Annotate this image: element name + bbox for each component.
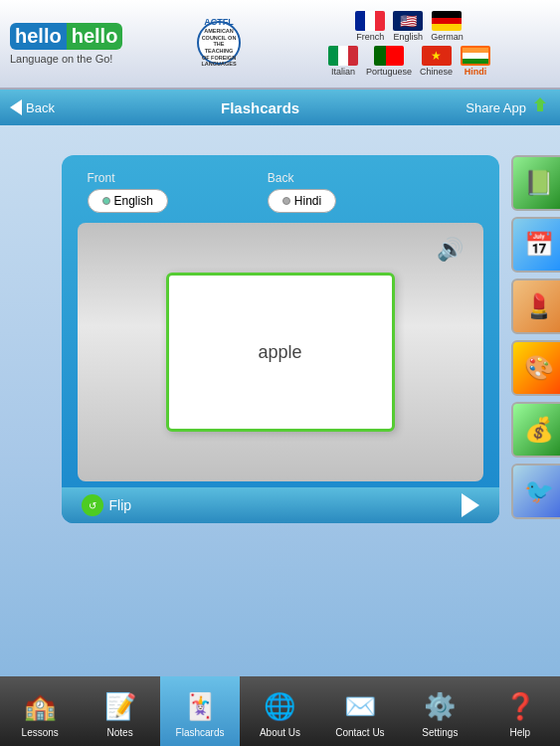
logo-area: hello hello Language on the Go!: [10, 23, 169, 65]
actfl-area: ACTFL AMERICANCOUNCIL ONTHE TEACHINGOF F…: [169, 21, 269, 67]
thumb-extra[interactable]: 🐦: [511, 464, 561, 519]
tab-notes[interactable]: 📝 Notes: [80, 676, 159, 746]
card-area: 🔊 apple: [78, 223, 483, 481]
italian-flag-icon: [328, 46, 358, 66]
front-radio: [102, 197, 110, 205]
logo-text1: hello: [15, 25, 62, 48]
flashcard-face[interactable]: apple: [166, 273, 395, 432]
back-label: Back: [268, 171, 336, 185]
actfl-circle: ACTFL AMERICANCOUNCIL ONTHE TEACHINGOF F…: [197, 21, 241, 65]
money-icon: 💰: [513, 404, 561, 456]
face-icon: 💄: [513, 280, 561, 332]
time-icon: 📅: [513, 219, 561, 271]
settings-label: Settings: [422, 727, 458, 738]
portuguese-flag-icon: [374, 46, 404, 66]
back-value: Hindi: [294, 194, 321, 208]
tab-flashcards[interactable]: 🃏 Flashcards: [160, 676, 240, 746]
french-flag-icon: [355, 11, 385, 31]
header: hello hello Language on the Go! ACTFL AM…: [0, 0, 560, 90]
audio-icon[interactable]: 🔊: [437, 237, 464, 263]
flashcard-panel: Front English Back Hindi 🔊 apple: [62, 155, 499, 523]
hindi-flag-icon: [461, 46, 490, 66]
share-label: Share App: [466, 100, 526, 115]
thumb-time[interactable]: 📅: [511, 217, 561, 273]
logo-text2: hello: [72, 25, 118, 48]
card-word: apple: [258, 342, 301, 363]
navbar: Back Flashcards Share App: [0, 90, 560, 125]
flag-hindi[interactable]: Hindi: [461, 46, 490, 77]
thumb-adverbs[interactable]: 📗: [511, 155, 561, 211]
logo-tagline: Language on the Go!: [10, 53, 112, 65]
back-arrow-icon: [10, 99, 22, 115]
flag-portuguese[interactable]: Portuguese: [366, 46, 412, 77]
tab-settings[interactable]: ⚙️ Settings: [400, 676, 479, 746]
hindi-label: Hindi: [465, 67, 487, 77]
flag-italian[interactable]: Italian: [328, 46, 358, 77]
contact-label: Contact Us: [335, 727, 384, 738]
thumb-money[interactable]: 💰: [511, 402, 561, 458]
german-label: German: [431, 32, 464, 42]
thumb-face[interactable]: 💄: [511, 279, 561, 334]
main-content: Front English Back Hindi 🔊 apple: [0, 125, 560, 676]
flag-chinese[interactable]: ★ Chinese: [420, 46, 453, 77]
french-label: French: [356, 32, 384, 42]
logo: hello hello: [10, 23, 122, 50]
back-button[interactable]: Back: [10, 99, 55, 115]
back-label: Back: [26, 100, 55, 115]
lessons-label: Lessons: [22, 727, 59, 738]
page-title: Flashcards: [55, 99, 466, 116]
flag-french[interactable]: French: [355, 11, 385, 42]
tab-lessons[interactable]: 🏫 Lessons: [0, 676, 80, 746]
tab-help[interactable]: ❓ Help: [480, 676, 560, 746]
tab-about[interactable]: 🌐 About Us: [240, 676, 319, 746]
tab-contact[interactable]: ✉️ Contact Us: [320, 676, 400, 746]
flip-label: Flip: [109, 497, 132, 513]
flashcards-icon: 🃏: [182, 688, 218, 724]
help-label: Help: [509, 727, 530, 738]
chinese-flag-icon: ★: [422, 46, 452, 66]
chinese-label: Chinese: [420, 67, 453, 77]
flip-button[interactable]: ↺ Flip: [82, 494, 132, 516]
flags-row-2: Italian Portuguese ★ Chinese Hindi: [328, 46, 490, 77]
settings-icon: ⚙️: [422, 688, 458, 724]
flag-german[interactable]: German: [431, 11, 464, 42]
controls-row: ↺ Flip: [62, 487, 499, 523]
front-label: Front: [88, 171, 168, 185]
notes-label: Notes: [107, 727, 133, 738]
front-select[interactable]: English: [88, 189, 168, 213]
front-value: English: [114, 194, 153, 208]
flashcards-label: Flashcards: [176, 727, 225, 738]
portuguese-label: Portuguese: [366, 67, 412, 77]
flip-icon: ↺: [82, 494, 103, 516]
share-button[interactable]: Share App: [466, 97, 550, 117]
extra-icon: 🐦: [513, 466, 561, 517]
tabbar: 🏫 Lessons 📝 Notes 🃏 Flashcards 🌐 About U…: [0, 676, 560, 746]
colors-icon: 🎨: [513, 342, 561, 394]
about-label: About Us: [260, 727, 300, 738]
german-flag-icon: [432, 11, 462, 31]
thumb-colors[interactable]: 🎨: [511, 340, 561, 396]
next-button[interactable]: [462, 493, 479, 517]
contact-icon: ✉️: [342, 688, 378, 724]
flag-english[interactable]: 🇺🇸 English: [393, 11, 423, 42]
adverbs-icon: 📗: [513, 157, 561, 209]
english-flag-icon: 🇺🇸: [393, 11, 423, 31]
back-section: Back Hindi: [268, 171, 336, 213]
side-thumbnails: 📗 📅 💄 🎨 💰 🐦: [511, 155, 561, 519]
notes-icon: 📝: [102, 688, 138, 724]
about-icon: 🌐: [262, 688, 297, 724]
share-icon: [530, 97, 550, 117]
back-select[interactable]: Hindi: [268, 189, 336, 213]
actfl-text: ACTFL AMERICANCOUNCIL ONTHE TEACHINGOF F…: [199, 18, 239, 67]
italian-label: Italian: [331, 67, 355, 77]
english-label: English: [393, 32, 423, 42]
front-section: Front English: [88, 171, 168, 213]
flags-area: French 🇺🇸 English German Italian Portugu…: [269, 11, 550, 77]
front-back-row: Front English Back Hindi: [88, 171, 483, 213]
flags-row-1: French 🇺🇸 English German: [355, 11, 464, 42]
back-radio: [282, 197, 290, 205]
help-icon: ❓: [502, 688, 538, 724]
lessons-icon: 🏫: [22, 688, 58, 724]
